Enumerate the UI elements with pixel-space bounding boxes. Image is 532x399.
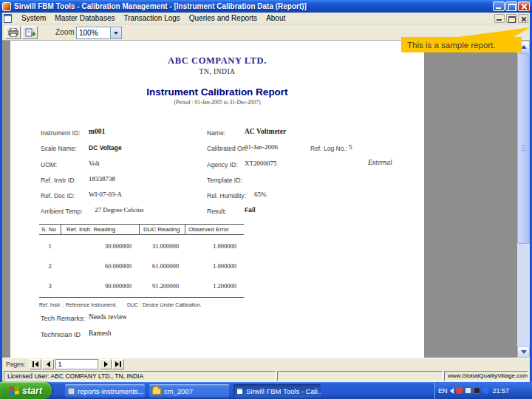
close-icon[interactable] (518, 1, 530, 11)
taskbar-item-label: reports-instruments... (78, 387, 144, 395)
table-cell: 91.200000 (139, 282, 179, 290)
tech-remarks-label: Tech Remarks: (41, 315, 85, 322)
print-icon (8, 28, 18, 37)
start-button[interactable]: start (0, 382, 52, 399)
chevron-left-icon[interactable] (450, 388, 454, 394)
footnote-duc: DUC : Device Under Calibration. (127, 302, 202, 307)
mdi-minimize-icon[interactable] (494, 14, 505, 23)
licensed-user-status: Licensed User: ABC COMPANY LTD., TN, IND… (4, 371, 276, 381)
previous-page-button[interactable] (42, 359, 54, 369)
sample-report-callout: This is a sample report. (401, 37, 522, 52)
report-title: Instrument Calibration Report (10, 86, 424, 98)
bluetooth-icon[interactable] (482, 387, 489, 394)
external-tag: External (368, 159, 392, 166)
tray-clock: 21:57 (493, 387, 510, 395)
print-button[interactable] (5, 26, 21, 39)
field-value: 65% (254, 191, 267, 198)
export-icon (25, 28, 35, 37)
menu-system[interactable]: System (17, 13, 50, 23)
table-cell: 1.200000 (185, 282, 236, 290)
window-controls (493, 1, 530, 11)
table-cell: 1.000000 (185, 262, 236, 270)
table-header: DUC Reading (143, 226, 180, 233)
tray-app-icon-dark[interactable] (474, 387, 480, 394)
last-page-button[interactable] (112, 359, 124, 369)
app-document-icon (236, 387, 243, 395)
scrollbar-thumb[interactable] (517, 53, 530, 244)
menu-transaction-logs[interactable]: Transaction Logs (120, 13, 185, 23)
page-navigation-bar: Pages: (2, 358, 530, 370)
menu-queries-reports[interactable]: Queries and Reports (185, 13, 262, 23)
field-value: m001 (89, 128, 105, 135)
page-number-input[interactable] (55, 359, 98, 369)
titlebar: Sirwill FBM Tools - Calibration Manageme… (0, 0, 532, 13)
pages-label: Pages: (6, 361, 25, 368)
table-cell: 60.000000 (61, 262, 132, 270)
callout-text: This is a sample report. (407, 41, 496, 50)
field-label: Ambient Temp: (41, 208, 83, 215)
zoom-value: 100% (79, 29, 98, 37)
ref-log-value: 5 (349, 143, 352, 151)
mdi-restore-icon[interactable] (506, 14, 516, 23)
menu-bar: System Master Databases Transaction Logs… (2, 13, 530, 24)
table-header: Ref. Instr. Reading (66, 226, 115, 233)
menu-about[interactable]: About (262, 13, 290, 23)
field-label: Scale Name: (41, 145, 77, 152)
chevron-down-icon[interactable] (110, 27, 121, 38)
zoom-select[interactable]: 100% (76, 27, 122, 39)
folder-icon (152, 388, 161, 395)
website-status: www.GlobalQualityVillage.com (444, 371, 528, 381)
taskbar-item-reports[interactable]: reports-instruments... (65, 384, 145, 398)
tray-display-icon[interactable] (465, 387, 471, 394)
field-label: Name: (207, 129, 225, 137)
field-label: Calibrated On: (207, 145, 248, 152)
next-page-button[interactable] (100, 359, 112, 369)
ref-log-label: Ref. Log No.: (310, 145, 347, 152)
report-company: ABC COMPANY LTD. (10, 55, 424, 66)
table-cell: 30.000000 (61, 242, 132, 250)
footnote-ref-instr: Ref. Instr. : Reference Instrument. (39, 302, 117, 307)
table-cell: 1 (39, 242, 61, 250)
maximize-icon[interactable] (505, 1, 517, 11)
start-label: start (22, 386, 42, 396)
field-value: XT2000075 (245, 160, 277, 167)
taskbar-item-label: cm_2007 (164, 387, 193, 395)
first-page-button[interactable] (30, 359, 41, 369)
language-indicator[interactable]: EN (438, 387, 448, 395)
field-value: Volt (89, 160, 100, 167)
taskbar-item-sirwill[interactable]: Sirwill FBM Tools - Cali... (233, 384, 321, 398)
table-cell: 90.000000 (61, 282, 132, 290)
table-cell: 2 (39, 262, 61, 270)
field-value: 01-Jan-2006 (245, 143, 278, 151)
menu-master-databases[interactable]: Master Databases (50, 13, 119, 23)
taskbar-item-folder[interactable]: cm_2007 (149, 384, 229, 398)
export-button[interactable] (22, 26, 38, 39)
windows-logo-icon (10, 386, 19, 395)
scroll-down-icon[interactable] (517, 346, 530, 358)
taskbar-item-label: Sirwill FBM Tools - Cali... (246, 387, 321, 395)
readings-table: S. No Ref. Instr. Reading DUC Reading Ob… (39, 224, 244, 298)
field-value: Fail (245, 206, 256, 214)
tray-app-icon-red[interactable] (456, 387, 463, 394)
field-value: DC Voltage (89, 144, 122, 151)
zoom-label: Zoom (55, 28, 75, 36)
field-label: Ref. Instr ID: (41, 177, 76, 184)
field-label: Instrument ID: (41, 129, 80, 137)
report-viewer: ABC COMPANY LTD. TN, INDIA Instrument Ca… (2, 41, 530, 358)
callout-tail (442, 27, 531, 38)
taskbar: start reports-instruments... cm_2007 Sir… (0, 382, 532, 399)
table-cell: 1.000000 (185, 242, 236, 250)
mdi-window-controls (494, 14, 528, 23)
field-label: Result: (207, 208, 226, 215)
tech-remarks-value: Needs review (89, 313, 127, 321)
minimize-icon[interactable] (493, 1, 505, 11)
field-label: Agency ID: (207, 161, 238, 168)
report-location: TN, INDIA (10, 68, 424, 75)
field-label: Rel. Humidity: (207, 192, 246, 200)
field-value: AC Voltmeter (245, 128, 286, 135)
report-document-icon (4, 14, 12, 23)
vertical-scrollbar[interactable] (517, 41, 530, 358)
field-label: UOM: (41, 161, 57, 168)
field-value: 18338738 (89, 175, 115, 183)
mdi-close-icon[interactable] (518, 14, 528, 23)
